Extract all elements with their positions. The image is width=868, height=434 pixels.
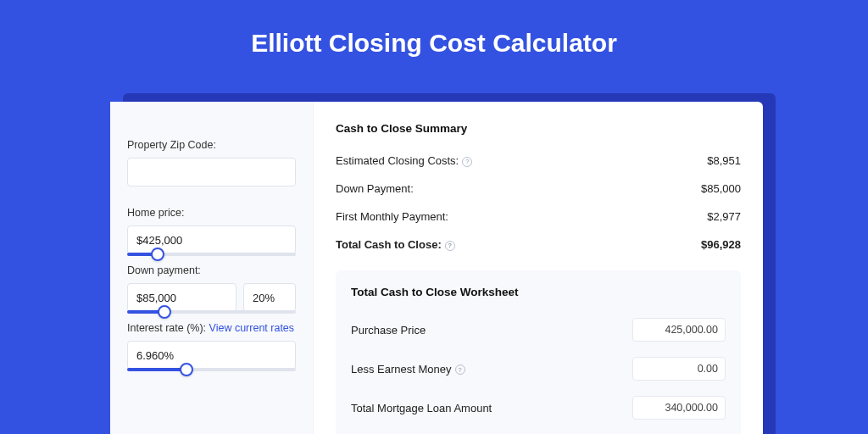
down-payment-pct-input[interactable] bbox=[243, 283, 296, 312]
summary-value: $2,977 bbox=[707, 210, 741, 223]
interest-rate-label: Interest rate (%): View current rates bbox=[127, 322, 296, 334]
calculator-card: Property Zip Code: Home price: Down paym… bbox=[110, 102, 763, 434]
home-price-label: Home price: bbox=[127, 207, 296, 219]
down-payment-slider[interactable] bbox=[127, 310, 296, 314]
page-title: Elliott Closing Cost Calculator bbox=[0, 0, 868, 78]
results-panel: Cash to Close Summary Estimated Closing … bbox=[314, 102, 763, 434]
interest-rate-slider[interactable] bbox=[127, 368, 296, 371]
worksheet-row: Total Second Mortgage Amount? bbox=[351, 427, 726, 434]
slider-thumb[interactable] bbox=[180, 363, 193, 376]
summary-title: Cash to Close Summary bbox=[336, 122, 741, 135]
help-icon[interactable]: ? bbox=[455, 364, 465, 375]
summary-label: First Monthly Payment: bbox=[336, 210, 448, 223]
help-icon[interactable]: ? bbox=[445, 241, 455, 251]
summary-label: Estimated Closing Costs:? bbox=[336, 154, 472, 167]
worksheet-value-input[interactable] bbox=[632, 396, 726, 420]
summary-value: $85,000 bbox=[701, 182, 741, 195]
worksheet-label: Less Earnest Money? bbox=[351, 363, 465, 376]
worksheet-title: Total Cash to Close Worksheet bbox=[351, 286, 726, 298]
summary-label: Total Cash to Close:? bbox=[336, 238, 455, 251]
summary-value: $8,951 bbox=[707, 154, 741, 167]
zip-input[interactable] bbox=[127, 158, 296, 186]
interest-rate-input[interactable] bbox=[127, 341, 296, 370]
view-rates-link[interactable]: View current rates bbox=[209, 322, 295, 334]
worksheet-label: Purchase Price bbox=[351, 324, 426, 337]
home-price-slider[interactable] bbox=[127, 253, 296, 256]
worksheet-card: Total Cash to Close Worksheet Purchase P… bbox=[336, 270, 741, 434]
worksheet-row: Purchase Price bbox=[351, 310, 726, 349]
inputs-panel: Property Zip Code: Home price: Down paym… bbox=[110, 102, 314, 434]
summary-line: Estimated Closing Costs:?$8,951 bbox=[336, 147, 741, 175]
worksheet-value-input[interactable] bbox=[632, 318, 726, 342]
help-icon[interactable]: ? bbox=[462, 157, 472, 167]
down-payment-input[interactable] bbox=[127, 283, 236, 312]
slider-thumb[interactable] bbox=[158, 305, 171, 319]
worksheet-row: Total Mortgage Loan Amount bbox=[351, 388, 726, 427]
summary-line: First Monthly Payment:$2,977 bbox=[336, 203, 741, 231]
summary-line: Total Cash to Close:?$96,928 bbox=[336, 231, 741, 259]
summary-label: Down Payment: bbox=[336, 182, 414, 195]
worksheet-label: Total Mortgage Loan Amount bbox=[351, 402, 492, 415]
summary-list: Estimated Closing Costs:?$8,951Down Paym… bbox=[336, 147, 741, 259]
worksheet-row: Less Earnest Money? bbox=[351, 349, 726, 388]
slider-fill bbox=[127, 368, 186, 371]
worksheet-list: Purchase PriceLess Earnest Money?Total M… bbox=[351, 310, 726, 434]
summary-value: $96,928 bbox=[701, 238, 741, 251]
worksheet-value-input[interactable] bbox=[632, 357, 726, 381]
zip-label: Property Zip Code: bbox=[127, 139, 296, 151]
down-payment-label: Down payment: bbox=[127, 264, 296, 276]
slider-thumb[interactable] bbox=[151, 248, 164, 261]
summary-line: Down Payment:$85,000 bbox=[336, 175, 741, 203]
